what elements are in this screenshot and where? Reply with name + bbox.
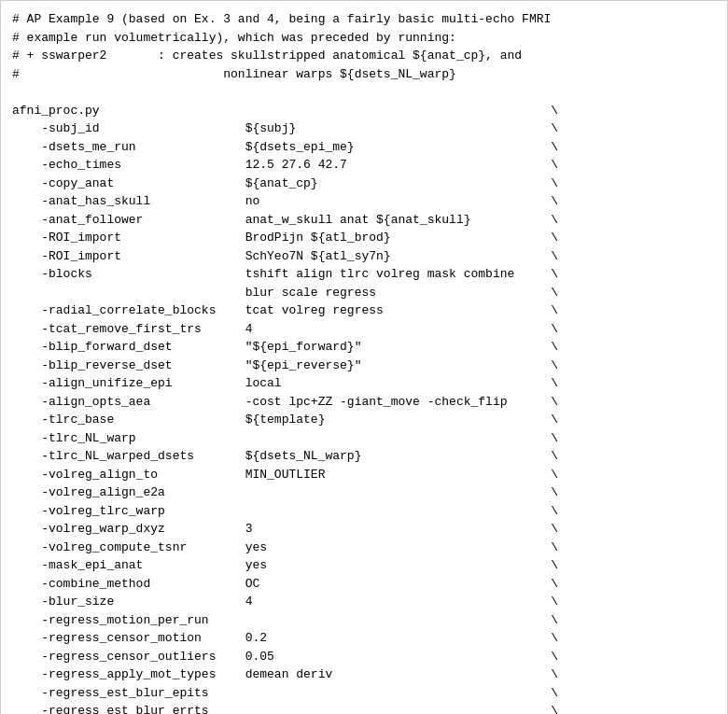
code-container: # AP Example 9 (based on Ex. 3 and 4, be… bbox=[0, 0, 728, 714]
code-block: # AP Example 9 (based on Ex. 3 and 4, be… bbox=[12, 10, 716, 714]
